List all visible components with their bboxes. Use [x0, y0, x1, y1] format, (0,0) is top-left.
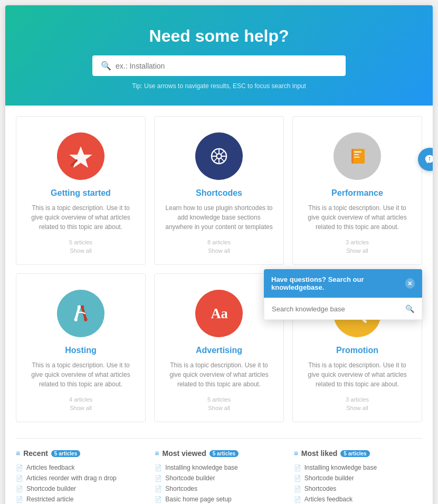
bottom-sections: ≡ Recent 5 articles Articles feedback Ar… — [16, 449, 422, 504]
card-articles-promotion: 3 articles — [303, 396, 411, 403]
list-item: Installing knowledge base — [155, 464, 283, 471]
svg-line-8 — [214, 151, 217, 154]
list-icon-mostliked: ≡ — [294, 449, 298, 458]
svg-point-20 — [84, 318, 87, 321]
card-getting-started[interactable]: Getting started This is a topic descript… — [16, 116, 146, 265]
card-desc-promotion: This is a topic description. Use it to g… — [303, 360, 411, 389]
card-showall-performance[interactable]: Show all — [303, 248, 411, 254]
card-desc-hosting: This is a topic description. Use it to g… — [27, 360, 135, 389]
card-articles-hosting: 4 articles — [27, 396, 135, 403]
svg-rect-14 — [354, 151, 361, 153]
icon-getting-started — [57, 132, 104, 180]
most-liked-list: Installing knowledge base Shortcode buil… — [294, 464, 422, 504]
list-item: Shortcode builder — [16, 485, 144, 492]
section-most-viewed: ≡ Most viewed 5 articles Installing know… — [155, 449, 283, 504]
badge-most-viewed: 5 articles — [210, 450, 239, 457]
hero-title: Need some help? — [16, 26, 422, 46]
list-item: Articles reorder with drag n drop — [16, 474, 144, 482]
list-icon-recent: ≡ — [16, 449, 20, 458]
card-title-promotion: Promotion — [303, 346, 411, 355]
popup-header: Have questions? Search our knowledgebase… — [264, 269, 422, 298]
list-icon-mostviewed: ≡ — [155, 449, 159, 458]
hero-search-bar: 🔍 — [92, 55, 346, 76]
icon-hosting — [57, 290, 104, 337]
list-item: Shortcodes — [155, 485, 283, 492]
section-most-liked-title: ≡ Most liked 5 articles — [294, 449, 422, 458]
popup-search-input[interactable] — [272, 305, 405, 313]
section-recent-title: ≡ Recent 5 articles — [16, 449, 144, 458]
section-recent: ≡ Recent 5 articles Articles feedback Ar… — [16, 449, 144, 504]
section-most-viewed-title: ≡ Most viewed 5 articles — [155, 449, 283, 458]
card-performance[interactable]: Performance This is a topic description.… — [292, 116, 422, 265]
page-wrapper: Need some help? 🔍 Tip: Use arrows to nav… — [5, 5, 433, 504]
list-item: Articles feedback — [294, 496, 422, 503]
card-showall-promotion[interactable]: Show all — [303, 405, 411, 411]
card-showall-advertising[interactable]: Show all — [165, 405, 273, 411]
section-most-liked: ≡ Most liked 5 articles Installing knowl… — [294, 449, 422, 504]
popup-header-text: Have questions? Search our knowledgebase… — [271, 275, 405, 291]
main-content: Getting started This is a topic descript… — [5, 106, 433, 504]
popup-body: 🔍 — [264, 298, 422, 320]
svg-point-3 — [216, 154, 221, 158]
list-item: Shortcode builder — [294, 474, 422, 482]
svg-point-18 — [74, 318, 78, 321]
svg-line-10 — [221, 151, 224, 154]
hero-section: Need some help? 🔍 Tip: Use arrows to nav… — [5, 5, 433, 106]
card-title-getting-started: Getting started — [27, 188, 135, 198]
card-desc-getting-started: This is a topic description. Use it to g… — [27, 203, 135, 232]
card-articles-performance: 3 articles — [303, 239, 411, 245]
list-item: Shortcode builder — [155, 474, 283, 482]
svg-point-17 — [78, 305, 81, 308]
popup-close-button[interactable]: × — [405, 278, 415, 289]
card-articles-advertising: 5 articles — [165, 396, 273, 403]
hero-tip: Tip: Use arrows to navigate results, ESC… — [16, 82, 422, 90]
svg-line-9 — [221, 158, 224, 161]
card-showall-hosting[interactable]: Show all — [27, 405, 135, 411]
icon-performance — [334, 132, 381, 180]
list-item: Basic home page setup — [155, 496, 283, 503]
hero-search-icon: 🔍 — [101, 61, 111, 71]
badge-most-liked: 5 articles — [340, 450, 369, 457]
most-viewed-list: Installing knowledge base Shortcode buil… — [155, 464, 283, 504]
card-title-hosting: Hosting — [27, 346, 135, 355]
card-shortcodes[interactable]: Shortcodes Learn how to use plugin short… — [154, 116, 284, 265]
hero-search-input[interactable] — [116, 62, 337, 70]
card-desc-advertising: This is a topic description. Use it to g… — [165, 360, 273, 389]
popup-search-icon: 🔍 — [405, 305, 414, 313]
card-title-advertising: Advertising — [165, 346, 273, 355]
svg-point-19 — [81, 305, 84, 308]
svg-rect-13 — [353, 149, 365, 164]
card-articles-shortcodes: 8 articles — [165, 239, 273, 245]
badge-recent: 5 articles — [51, 450, 80, 457]
recent-list: Articles feedback Articles reorder with … — [16, 464, 144, 504]
card-showall-getting-started[interactable]: Show all — [27, 248, 135, 254]
svg-rect-16 — [354, 157, 360, 158]
divider — [16, 438, 422, 439]
popup-widget: Have questions? Search our knowledgebase… — [264, 269, 422, 320]
card-articles-getting-started: 5 articles — [27, 239, 135, 245]
icon-advertising: Aa — [195, 290, 243, 337]
card-hosting[interactable]: Hosting This is a topic description. Use… — [16, 273, 146, 422]
svg-line-11 — [214, 158, 217, 161]
icon-shortcodes — [195, 132, 243, 180]
card-desc-performance: This is a topic description. Use it to g… — [303, 203, 411, 232]
card-desc-shortcodes: Learn how to use plugin shortcodes to ad… — [165, 203, 273, 232]
list-item: Shortcodes — [294, 485, 422, 492]
card-showall-shortcodes[interactable]: Show all — [165, 248, 273, 254]
svg-text:Aa: Aa — [211, 306, 227, 321]
list-item: Restricted article — [16, 496, 144, 503]
card-title-shortcodes: Shortcodes — [165, 188, 273, 198]
list-item: Installing knowledge base — [294, 464, 422, 471]
list-item: Articles feedback — [16, 464, 144, 471]
card-title-performance: Performance — [303, 188, 411, 198]
svg-rect-15 — [354, 154, 359, 155]
